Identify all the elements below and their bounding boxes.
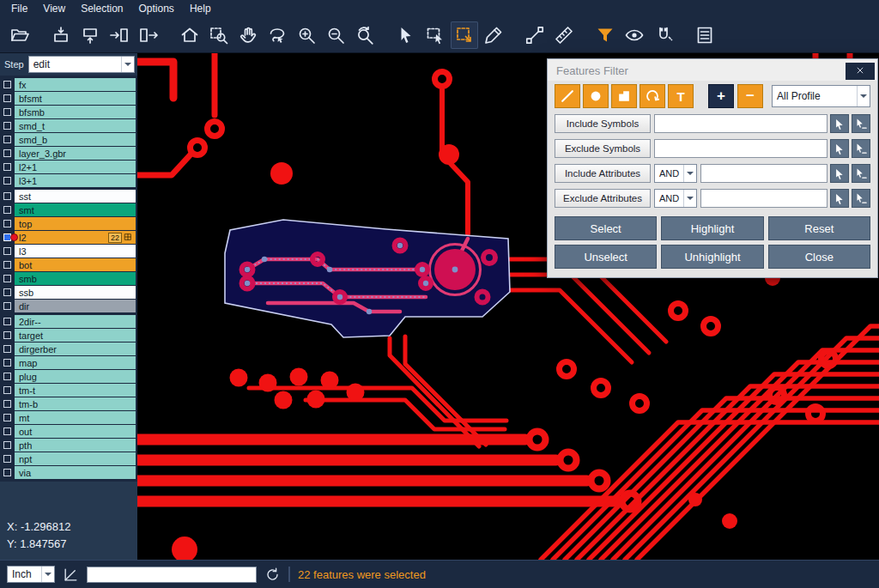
layer-name-chip[interactable]: npt	[15, 452, 136, 465]
rect-select-button[interactable]	[421, 21, 449, 49]
layer-row-plug[interactable]: plug	[0, 370, 137, 383]
positive-polarity-button[interactable]: +	[708, 84, 734, 108]
layer-row-pth[interactable]: pth	[0, 439, 137, 452]
layer-visibility-checkbox[interactable]	[3, 136, 11, 143]
import-button[interactable]	[106, 21, 133, 49]
exclude-symbols-input[interactable]	[654, 139, 827, 158]
layer-visibility-checkbox[interactable]	[3, 302, 11, 310]
layer-visibility-checkbox[interactable]	[3, 247, 11, 255]
layer-name-chip[interactable]: dir	[15, 300, 136, 312]
layer-name-chip[interactable]: l3	[15, 245, 136, 258]
zoom-in-button[interactable]	[293, 21, 320, 49]
layer-visibility-checkbox[interactable]	[3, 94, 11, 102]
home-button[interactable]	[176, 21, 203, 49]
reset-button[interactable]: Reset	[768, 216, 870, 240]
layer-name-chip[interactable]: fx	[15, 78, 136, 91]
layer-visibility-checkbox[interactable]	[3, 261, 11, 269]
highlight-button[interactable]: Highlight	[661, 216, 763, 240]
pick-from-canvas-button[interactable]	[852, 164, 870, 183]
layer-name-chip[interactable]: sst	[15, 190, 136, 203]
layer-visibility-checkbox[interactable]	[3, 220, 11, 227]
menu-file[interactable]: File	[3, 2, 35, 15]
layer-visibility-checkbox[interactable]	[3, 318, 11, 325]
layer-name-chip[interactable]: target	[15, 329, 136, 342]
exclude-symbols-button[interactable]: Exclude Symbols	[555, 139, 651, 158]
lasso-button[interactable]	[264, 21, 291, 49]
layer-row-l2[interactable]: l222	[0, 231, 137, 244]
zoom-area-button[interactable]	[205, 21, 233, 49]
include-symbols-button[interactable]: Include Symbols	[555, 114, 651, 133]
layer-name-chip[interactable]: bot	[15, 258, 136, 271]
layer-visibility-checkbox[interactable]	[3, 414, 11, 421]
logic-operator-select[interactable]: AND	[654, 164, 697, 183]
command-input[interactable]	[87, 567, 257, 583]
layer-name-chip[interactable]: tm-t	[15, 384, 136, 397]
layer-row-l3[interactable]: l3	[0, 245, 137, 258]
layer-row-layer-3-gbr[interactable]: layer_3.gbr	[0, 147, 137, 160]
layer-visibility-checkbox[interactable]	[3, 331, 11, 339]
unit-select[interactable]: Inch	[7, 566, 55, 583]
layer-name-chip[interactable]: tm-b	[15, 397, 136, 410]
zoom-reset-button[interactable]	[351, 21, 379, 49]
layer-name-chip[interactable]: via	[15, 466, 136, 479]
layer-row-fx[interactable]: fx	[0, 78, 137, 91]
filter-lines-button[interactable]	[555, 84, 580, 108]
layer-row-bfsmb[interactable]: bfsmb	[0, 106, 137, 118]
layer-row-l3-1[interactable]: l3+1	[0, 174, 137, 187]
profile-select[interactable]: All Profile	[772, 85, 870, 107]
layer-name-chip[interactable]: mt	[15, 411, 136, 424]
pick-from-canvas-button[interactable]	[852, 114, 870, 133]
filter-text-button[interactable]: T	[668, 84, 694, 108]
pick-from-canvas-button[interactable]	[830, 189, 849, 208]
exclude-attributes-input[interactable]	[700, 189, 827, 208]
measure-line-button[interactable]	[521, 21, 549, 49]
select-button[interactable]: Select	[555, 216, 657, 240]
unhighlight-button[interactable]: Unhighlight	[661, 245, 763, 269]
layer-row-bot[interactable]: bot	[0, 258, 137, 271]
layer-name-chip[interactable]: out	[15, 425, 136, 438]
logic-operator-select[interactable]: AND	[654, 189, 697, 208]
layer-row-smd-t[interactable]: smd_t	[0, 119, 137, 132]
menu-view[interactable]: View	[35, 2, 73, 15]
layer-name-chip[interactable]: pth	[15, 439, 136, 452]
dialog-titlebar[interactable]: Features Filter	[548, 59, 877, 81]
layer-row-smd-b[interactable]: smd_b	[0, 133, 137, 146]
layer-row-top[interactable]: top	[0, 217, 137, 230]
layer-row-sst[interactable]: sst	[0, 190, 137, 203]
layer-row-2dir[interactable]: 2dir--	[0, 315, 137, 328]
refresh-icon[interactable]	[264, 567, 281, 583]
layer-visibility-checkbox[interactable]	[3, 400, 11, 408]
layer-row-mt[interactable]: mt	[0, 411, 137, 424]
layer-visibility-checkbox[interactable]	[3, 386, 11, 394]
layer-name-chip[interactable]: smd_t	[15, 119, 136, 132]
layer-visibility-checkbox[interactable]	[3, 149, 11, 157]
filter-button[interactable]	[591, 21, 619, 49]
export-button[interactable]	[135, 21, 162, 49]
dialog-close-button[interactable]	[846, 63, 875, 80]
pick-from-canvas-button[interactable]	[830, 139, 849, 158]
layer-visibility-checkbox[interactable]	[3, 441, 11, 449]
layer-name-chip[interactable]: bfsmb	[15, 106, 136, 118]
step-select[interactable]: edit	[28, 56, 135, 73]
layer-row-tm-t[interactable]: tm-t	[0, 384, 137, 397]
zoom-out-button[interactable]	[322, 21, 349, 49]
report-button[interactable]	[691, 21, 718, 49]
layer-visibility-checkbox[interactable]	[3, 108, 11, 116]
menu-help[interactable]: Help	[182, 2, 219, 15]
layer-visibility-checkbox[interactable]	[3, 177, 11, 185]
layer-visibility-checkbox[interactable]	[3, 469, 11, 476]
layer-visibility-checkbox[interactable]	[3, 288, 11, 296]
open-button[interactable]	[6, 21, 33, 49]
menu-options[interactable]: Options	[131, 2, 182, 15]
paint-button[interactable]	[480, 21, 507, 49]
filter-pads-button[interactable]	[583, 84, 609, 108]
layer-row-target[interactable]: target	[0, 329, 137, 342]
poly-select-button[interactable]	[451, 21, 478, 49]
snap-button[interactable]	[650, 21, 677, 49]
unselect-button[interactable]: Unselect	[555, 245, 657, 269]
layer-row-dir[interactable]: dir	[0, 300, 137, 312]
layer-name-chip[interactable]: l222	[15, 231, 136, 244]
layer-visibility-checkbox[interactable]	[3, 345, 11, 353]
layer-name-chip[interactable]: l3+1	[15, 174, 136, 187]
layer-name-chip[interactable]: dirgerber	[15, 342, 136, 355]
